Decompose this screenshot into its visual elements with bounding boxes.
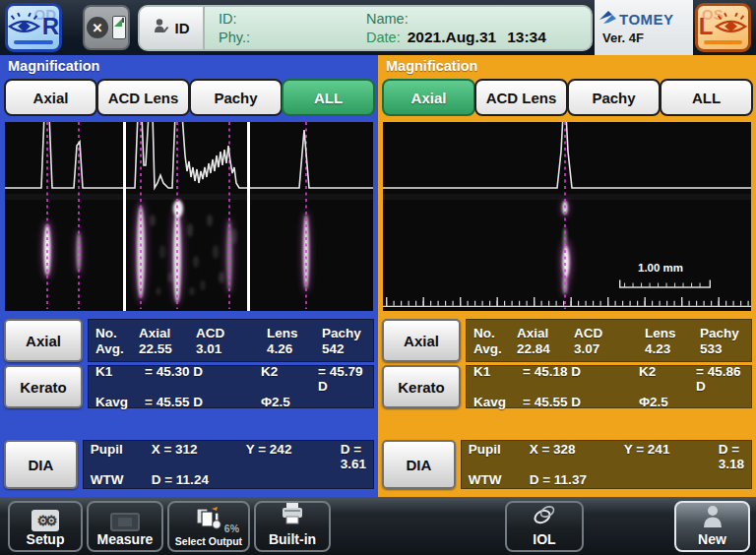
kerato-button-label: Kerato: [20, 379, 67, 396]
left-eye-label: L: [699, 15, 714, 38]
os-dia-row: DIA Pupil X = 328 Y = 241 D = 3.18 WTW D…: [382, 440, 752, 489]
printer-icon: [280, 502, 305, 531]
os-axial-row: Axial No. Axial ACD Lens Pachy Avg. 22.8…: [382, 319, 752, 362]
tomey-logo-icon: [599, 11, 616, 29]
setup-button[interactable]: ⚙⚙ Setup: [8, 501, 83, 552]
k2-label: K2: [639, 364, 696, 394]
os-kerato-button[interactable]: Kerato: [382, 365, 461, 408]
col-acd: ACD: [196, 326, 267, 340]
left-eye-underline: [704, 40, 742, 44]
no-signal-icon: ✕: [87, 17, 108, 38]
col-no: No.: [473, 326, 517, 340]
axial-value: 22.55: [139, 341, 196, 356]
tab-label: Pachy: [214, 90, 257, 106]
probe-status-button[interactable]: ✕: [83, 5, 130, 50]
os-tab-all[interactable]: ALL: [660, 79, 753, 116]
k2-value: = 45.79 D: [318, 364, 366, 394]
os-tab-pachy[interactable]: Pachy: [567, 79, 661, 116]
od-kerato-button[interactable]: Kerato: [4, 365, 83, 408]
od-axial-button[interactable]: Axial: [4, 319, 83, 362]
col-pachy: Pachy: [322, 326, 366, 340]
version-label: Ver. 4F: [599, 31, 693, 45]
pachy-value: 533: [700, 341, 744, 356]
phi-value: Φ2.5: [261, 395, 318, 409]
od-tab-axial[interactable]: Axial: [4, 79, 97, 116]
brand-name: TOMEY: [619, 11, 674, 28]
dia-button-label: DIA: [28, 457, 53, 473]
section-divider: [247, 122, 250, 311]
od-kerato-values: K1 = 45.30 D K2 = 45.79 D Kavg = 45.55 D…: [88, 365, 374, 408]
measure-button[interactable]: Measure: [87, 501, 163, 552]
wtw-label: WTW: [91, 472, 152, 487]
phi-value: Φ2.5: [639, 395, 696, 409]
od-tab-pachy[interactable]: Pachy: [189, 79, 283, 116]
os-ascan-display[interactable]: 1.00 mm: [383, 122, 751, 311]
od-dia-values: Pupil X = 312 Y = 242 D = 3.61 WTW D = 1…: [83, 440, 374, 489]
od-tab-all[interactable]: ALL: [282, 79, 375, 116]
left-eye-button[interactable]: OS L: [695, 3, 751, 52]
person-id-icon: [154, 18, 170, 38]
right-eye-underline: [14, 40, 53, 44]
tab-label: ALL: [314, 90, 343, 106]
right-eye-button[interactable]: OD R: [5, 3, 62, 52]
od-axial-values: No. Axial ACD Lens Pachy Avg. 22.55 3.01…: [88, 319, 374, 362]
od-ascan-display[interactable]: [5, 122, 373, 311]
lens-value: 4.23: [645, 341, 700, 356]
left-eye-icon: [715, 12, 747, 41]
brand-area: TOMEY Ver. 4F: [595, 0, 693, 55]
col-pachy: Pachy: [700, 326, 744, 340]
output-percent-badge: 6%: [224, 523, 239, 534]
tab-label: ACD Lens: [486, 90, 557, 106]
od-dia-button[interactable]: DIA: [4, 440, 78, 489]
patient-id-label: ID:: [219, 11, 366, 27]
builtin-printer-button[interactable]: Built-in: [254, 501, 331, 552]
os-tab-acd-lens[interactable]: ACD Lens: [474, 79, 568, 116]
iol-lens-icon: [530, 502, 559, 531]
select-output-icon: [194, 506, 223, 535]
kavg-value: = 45.55 D: [523, 395, 639, 409]
pupil-y: Y = 242: [246, 442, 341, 471]
select-output-label: Select Output: [175, 535, 242, 548]
k1-value: = 45.30 D: [145, 364, 261, 394]
od-kerato-row: Kerato K1 = 45.30 D K2 = 45.79 D Kavg = …: [4, 365, 374, 408]
os-axial-button[interactable]: Axial: [382, 319, 461, 362]
os-magnification-label: Magnification: [386, 58, 477, 74]
monitor-icon: [110, 513, 140, 531]
os-dia-values: Pupil X = 328 Y = 241 D = 3.18 WTW D = 1…: [461, 440, 752, 489]
od-dia-row: DIA Pupil X = 312 Y = 242 D = 3.61 WTW D…: [4, 440, 374, 489]
bottom-toolbar: ⚙⚙ Setup Measure 6% Select: [0, 497, 756, 555]
col-no: No.: [95, 326, 139, 340]
os-magnification-tabs: Axial ACD Lens Pachy ALL: [382, 79, 752, 116]
kerato-button-label: Kerato: [398, 379, 445, 396]
time-value: 13:34: [507, 29, 546, 46]
kavg-value: = 45.55 D: [145, 395, 261, 409]
od-tab-acd-lens[interactable]: ACD Lens: [96, 79, 190, 116]
new-patient-button[interactable]: New: [674, 501, 750, 552]
k1-label: K1: [95, 364, 145, 394]
id-button-label: ID: [175, 20, 190, 36]
iol-label: IOL: [533, 531, 555, 548]
gears-icon: ⚙⚙: [32, 510, 59, 531]
pupil-d: D = 3.18: [719, 442, 744, 471]
header-bar: OD R ✕: [0, 0, 756, 55]
patient-id-button[interactable]: ID: [140, 7, 205, 49]
kavg-label: Kavg: [95, 395, 145, 409]
date-value: 2021.Aug.31: [408, 29, 496, 46]
os-tab-axial[interactable]: Axial: [382, 79, 475, 116]
pupil-d: D = 3.61: [341, 442, 366, 471]
iol-button[interactable]: IOL: [505, 501, 584, 552]
col-axial: Axial: [517, 326, 574, 340]
wtw-value: D = 11.37: [530, 472, 624, 487]
select-output-button[interactable]: 6% Select Output: [167, 501, 250, 552]
main-area: Magnification Axial ACD Lens Pachy ALL: [0, 55, 756, 497]
right-eye-label: R: [42, 15, 59, 38]
avg-label: Avg.: [95, 341, 139, 356]
col-lens: Lens: [645, 326, 700, 340]
os-ascan-graphic: 1.00 mm: [383, 122, 751, 311]
os-dia-button[interactable]: DIA: [382, 440, 456, 489]
k1-value: = 45.18 D: [523, 364, 639, 394]
date-label: Date:: [366, 30, 401, 45]
kavg-label: Kavg: [473, 395, 523, 409]
axial-button-label: Axial: [404, 333, 439, 349]
od-measurement-panel: Magnification Axial ACD Lens Pachy ALL: [0, 55, 378, 497]
